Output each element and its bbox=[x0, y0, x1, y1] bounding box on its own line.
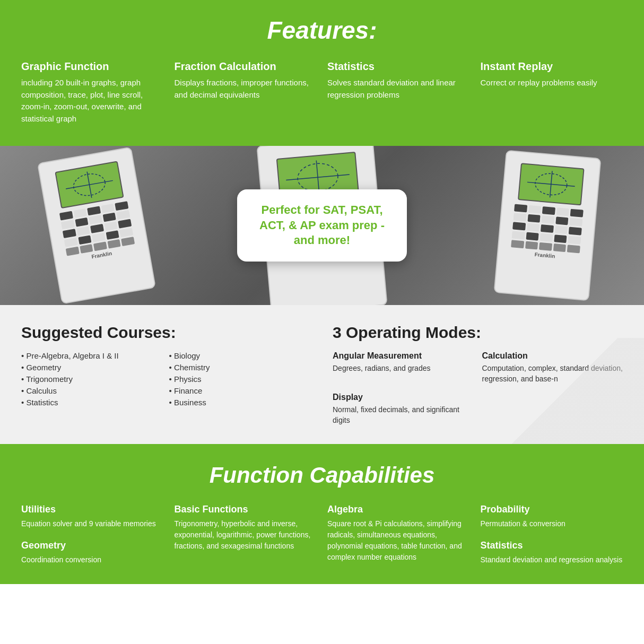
features-title: Features: bbox=[21, 16, 623, 45]
features-section: Features: Graphic Function including 20 … bbox=[0, 0, 644, 146]
calculator-left: Franklin bbox=[37, 146, 156, 304]
mode-item-angular: Angular Measurement Degrees, radians, an… bbox=[333, 351, 474, 384]
func-col-2: Basic Functions Trigonometry, hyperbolic… bbox=[175, 504, 317, 565]
func-grid: Utilities Equation solver and 9 variable… bbox=[21, 504, 623, 565]
mode-heading-angular: Angular Measurement bbox=[333, 351, 474, 361]
banner-callout: Perfect for SAT, PSAT, ACT, & AP exam pr… bbox=[237, 189, 407, 262]
func-body-probability: Permutation & conversion bbox=[481, 518, 623, 529]
feature-item-statistics: Statistics Solves standard deviation and… bbox=[327, 60, 470, 125]
func-col-4: Probability Permutation & conversion Sta… bbox=[481, 504, 623, 565]
feature-heading-statistics: Statistics bbox=[327, 60, 470, 73]
feature-body-fraction: Displays fractions, improper functions, … bbox=[175, 77, 317, 101]
feature-item-fraction: Fraction Calculation Displays fractions,… bbox=[175, 60, 317, 125]
courses-lists: • Pre-Algebra, Algebra I & II • Geometry… bbox=[21, 351, 311, 410]
courses-list-1: • Pre-Algebra, Algebra I & II • Geometry… bbox=[21, 351, 164, 410]
courses-heading: Suggested Courses: bbox=[21, 324, 311, 342]
mode-heading-calculation: Calculation bbox=[482, 351, 623, 361]
calc-keys-right bbox=[511, 204, 584, 253]
course-item: • Physics bbox=[169, 375, 312, 384]
feature-heading-graphic: Graphic Function bbox=[21, 60, 164, 73]
course-item: • Statistics bbox=[21, 398, 164, 407]
calc-screen-left bbox=[55, 161, 124, 208]
calc-keys-left bbox=[59, 201, 135, 256]
modes-heading: 3 Operating Modes: bbox=[333, 324, 623, 342]
mode-item-calculation: Calculation Computation, complex, standa… bbox=[482, 351, 623, 384]
func-body-basic: Trigonometry, hyperbolic and inverse, ex… bbox=[175, 518, 317, 552]
func-body-geometry: Coordination conversion bbox=[21, 554, 164, 565]
feature-body-replay: Correct or replay problems easily bbox=[481, 77, 623, 89]
func-heading-algebra: Algebra bbox=[327, 504, 470, 515]
calc-brand-left: Franklin bbox=[91, 250, 112, 260]
func-section: Function Capabilities Utilities Equation… bbox=[0, 444, 644, 584]
func-heading-probability: Probability bbox=[481, 504, 623, 515]
course-item: • Pre-Algebra, Algebra I & II bbox=[21, 351, 164, 360]
mode-heading-display: Display bbox=[333, 393, 474, 402]
mode-body-calculation: Computation, complex, standard deviation… bbox=[482, 363, 623, 384]
func-heading-utilities: Utilities bbox=[21, 504, 164, 515]
func-sub-statistics: Statistics Standard deviation and regres… bbox=[481, 540, 623, 565]
mode-body-display: Normal, fixed decimals, and significant … bbox=[333, 405, 474, 425]
func-title: Function Capabilities bbox=[21, 463, 623, 488]
course-item: • Biology bbox=[169, 351, 312, 360]
feature-body-statistics: Solves standard deviation and linear reg… bbox=[327, 77, 470, 101]
func-heading-geometry: Geometry bbox=[21, 540, 164, 551]
feature-heading-replay: Instant Replay bbox=[481, 60, 623, 73]
mode-item-display: Display Normal, fixed decimals, and sign… bbox=[333, 393, 474, 425]
func-body-algebra: Square root & Pi calculations, simplifyi… bbox=[327, 518, 470, 563]
func-heading-basic: Basic Functions bbox=[175, 504, 317, 515]
feature-heading-fraction: Fraction Calculation bbox=[175, 60, 317, 73]
features-grid: Graphic Function including 20 built-in g… bbox=[21, 60, 623, 125]
course-item: • Business bbox=[169, 398, 312, 407]
banner-section: Franklin Franklin bbox=[0, 146, 644, 305]
courses-col: Suggested Courses: • Pre-Algebra, Algebr… bbox=[21, 324, 311, 425]
func-col-1: Utilities Equation solver and 9 variable… bbox=[21, 504, 164, 565]
modes-grid: Angular Measurement Degrees, radians, an… bbox=[333, 351, 623, 425]
calc-brand-right: Franklin bbox=[534, 251, 555, 259]
calculator-right: Franklin bbox=[493, 150, 601, 301]
course-item: • Calculus bbox=[21, 386, 164, 395]
func-heading-statistics: Statistics bbox=[481, 540, 623, 551]
feature-body-graphic: including 20 built-in graphs, graph comp… bbox=[21, 77, 164, 125]
calc-screen-right bbox=[518, 163, 585, 205]
course-item: • Trigonometry bbox=[21, 375, 164, 384]
feature-item-replay: Instant Replay Correct or replay problem… bbox=[481, 60, 623, 125]
course-item: • Geometry bbox=[21, 363, 164, 372]
course-item: • Finance bbox=[169, 386, 312, 395]
banner-callout-text: Perfect for SAT, PSAT, ACT, & AP exam pr… bbox=[256, 203, 388, 248]
courses-modes-section: Suggested Courses: • Pre-Algebra, Algebr… bbox=[0, 305, 644, 444]
modes-col: 3 Operating Modes: Angular Measurement D… bbox=[333, 324, 623, 425]
mode-body-angular: Degrees, radians, and grades bbox=[333, 363, 474, 374]
func-col-3: Algebra Square root & Pi calculations, s… bbox=[327, 504, 470, 565]
func-body-statistics: Standard deviation and regression analys… bbox=[481, 554, 623, 565]
courses-list-2: • Biology • Chemistry • Physics • Financ… bbox=[169, 351, 312, 410]
feature-item-graphic: Graphic Function including 20 built-in g… bbox=[21, 60, 164, 125]
course-item: • Chemistry bbox=[169, 363, 312, 372]
func-body-utilities: Equation solver and 9 variable memories bbox=[21, 518, 164, 529]
func-sub-geometry: Geometry Coordination conversion bbox=[21, 540, 164, 565]
